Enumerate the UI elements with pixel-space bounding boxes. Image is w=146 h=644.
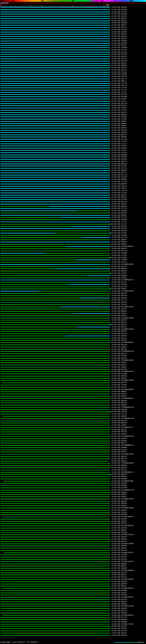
hit-label[interactable]: UniRef100_A7Y7G9	[112, 51, 146, 54]
alignment-bar[interactable]	[0, 70, 110, 70]
hit-label[interactable]: UniRef100_B3DLK7	[112, 574, 146, 576]
hit-label[interactable]: UniRef100_Q6VP90	[112, 158, 146, 160]
hit-label[interactable]: UniRef100_P59671	[112, 150, 146, 152]
alignment-bar[interactable]	[2, 382, 110, 383]
alignment-bar[interactable]	[0, 248, 110, 249]
alignment-bar[interactable]	[0, 152, 110, 153]
hit-label[interactable]: UniRef100_P34113	[112, 261, 146, 264]
hit-label[interactable]: UniRef100_P22738	[112, 82, 146, 85]
hit-label[interactable]: UniRef100_Q32L88	[112, 357, 146, 360]
alignment-bar[interactable]	[0, 278, 110, 278]
alignment-bar[interactable]	[0, 544, 110, 544]
hit-label[interactable]: UniRef100_B8JLR0	[112, 598, 146, 601]
hit-label[interactable]: UniRef100_Q9DE26	[112, 500, 146, 502]
hit-label[interactable]: UniRef100_A9PCQ3	[112, 33, 146, 36]
hit-label[interactable]: UniRef100_A7TER9	[112, 198, 146, 201]
alignment-bar[interactable]	[0, 526, 110, 526]
alignment-bar[interactable]	[0, 445, 110, 446]
hit-label[interactable]: UniRef100_Q01HC6	[112, 212, 146, 214]
alignment-bar[interactable]	[0, 90, 110, 90]
alignment-bar[interactable]	[0, 132, 110, 133]
alignment-bar[interactable]	[0, 470, 110, 470]
alignment-bar[interactable]	[0, 624, 110, 624]
alignment-bar[interactable]	[0, 172, 110, 173]
alignment-bar[interactable]	[0, 474, 110, 475]
alignment-bar[interactable]	[0, 150, 110, 151]
hit-label[interactable]: UniRef100_Q75907	[112, 232, 146, 234]
hit-label[interactable]: UniRef100_A2AQ07	[112, 366, 146, 368]
alignment-bar[interactable]	[0, 523, 110, 524]
alignment-bar[interactable]	[3, 588, 110, 589]
hit-label[interactable]: UniRef100_Q7T3B0	[112, 487, 146, 489]
alignment-bar[interactable]	[0, 7, 110, 8]
hit-label[interactable]: UniRef100_Q6FT12	[112, 172, 146, 174]
alignment-bar[interactable]	[0, 262, 110, 262]
alignment-bar[interactable]	[0, 333, 110, 334]
alignment-bar[interactable]	[0, 9, 110, 10]
alignment-bar[interactable]	[0, 18, 110, 19]
hit-label[interactable]: UniRef100_A6QLU1	[112, 324, 146, 326]
hit-label[interactable]: UniRef100_Q90888	[112, 446, 146, 449]
alignment-bar[interactable]	[0, 128, 110, 128]
hit-label[interactable]: UniRef100_UPI00016851DC	[112, 614, 146, 616]
alignment-bar[interactable]	[0, 322, 110, 323]
hit-label[interactable]: UniRef100_Q5RGB2	[112, 612, 146, 614]
hit-label[interactable]: UniRef100_Q90YU8	[112, 292, 146, 295]
alignment-bar[interactable]	[0, 192, 110, 193]
hit-label[interactable]: UniRef100_A5WWF0	[112, 567, 146, 570]
alignment-bar[interactable]	[0, 364, 110, 365]
hit-label[interactable]: UniRef100_A4QNV2	[112, 509, 146, 512]
hit-label[interactable]: UniRef100_Q3ZBF1	[112, 346, 146, 348]
hit-label[interactable]: UniRef100_Q2QPA7	[112, 125, 146, 127]
hit-label[interactable]: UniRef100_B6QJF0	[112, 201, 146, 203]
alignment-bar[interactable]	[0, 324, 110, 325]
alignment-bar[interactable]	[3, 481, 110, 482]
hit-label[interactable]: UniRef100_B3DHB8	[112, 478, 146, 480]
hit-label[interactable]: UniRef100_A9P881	[112, 38, 146, 40]
hit-label[interactable]: UniRef100_Q0H754	[112, 56, 146, 58]
alignment-bar[interactable]	[0, 559, 110, 560]
alignment-bar[interactable]	[0, 630, 110, 631]
alignment-bar[interactable]	[0, 268, 110, 269]
alignment-bar[interactable]	[0, 633, 110, 634]
hit-label[interactable]: UniRef100_A3KPQ7	[112, 556, 146, 558]
hit-label[interactable]: UniRef100_A7YY36	[112, 616, 146, 619]
hit-label[interactable]: UniRef100_A6R2R5	[112, 114, 146, 116]
alignment-bar[interactable]	[0, 271, 110, 272]
alignment-bar[interactable]	[0, 65, 110, 66]
hit-label[interactable]: UniRef100_UPI00006A1DC8	[112, 370, 146, 373]
hit-label[interactable]: UniRef100_B6KEV6	[112, 206, 146, 208]
hit-label[interactable]: UniRef100_B2GQH0	[112, 538, 146, 540]
alignment-bar[interactable]	[0, 499, 110, 500]
alignment-bar[interactable]	[0, 336, 110, 336]
hit-label[interactable]: UniRef100_C5YG29	[112, 89, 146, 92]
hit-label[interactable]: UniRef100_Q4RMV3	[112, 494, 146, 496]
alignment-bar[interactable]	[0, 275, 110, 276]
alignment-bar[interactable]	[0, 264, 110, 265]
hit-label[interactable]: UniRef100_B5VH45	[112, 226, 146, 228]
alignment-bar[interactable]	[0, 304, 110, 305]
hit-label[interactable]: UniRef100_P14869	[112, 373, 146, 375]
hit-label[interactable]: UniRef100_Q58KH7	[112, 239, 146, 241]
alignment-bar[interactable]	[0, 237, 110, 238]
alignment-bar[interactable]	[0, 16, 110, 17]
hit-label[interactable]: UniRef100_A5PMK4	[112, 603, 146, 606]
alignment-bar[interactable]	[0, 175, 110, 176]
hit-label[interactable]: UniRef100_UPI00007BE0D3	[112, 388, 146, 391]
alignment-bar[interactable]	[0, 148, 110, 148]
hit-label[interactable]: UniRef100_A0PL96	[112, 250, 146, 252]
alignment-bar[interactable]	[0, 476, 110, 477]
hit-label[interactable]: UniRef100_B2RQC2	[112, 362, 146, 364]
alignment-bar[interactable]	[0, 514, 110, 515]
hit-label[interactable]: UniRef100_Q7ZUG3	[112, 469, 146, 471]
hit-label[interactable]: UniRef100_A7MB62	[112, 355, 146, 357]
hit-label[interactable]: UniRef100_B9WCL1	[112, 80, 146, 82]
alignment-bar[interactable]	[0, 195, 110, 196]
hit-label[interactable]: UniRef100_Q9CZM2	[112, 368, 146, 371]
alignment-bar[interactable]	[0, 213, 110, 213]
hit-label[interactable]: UniRef100_B5DEH7	[112, 378, 146, 380]
hit-label[interactable]: UniRef100_Q4V8C3	[112, 393, 146, 395]
alignment-bar[interactable]	[0, 74, 110, 75]
hit-label[interactable]: UniRef100_UPI000128C7E1	[112, 552, 146, 554]
alignment-bar[interactable]	[0, 356, 110, 356]
